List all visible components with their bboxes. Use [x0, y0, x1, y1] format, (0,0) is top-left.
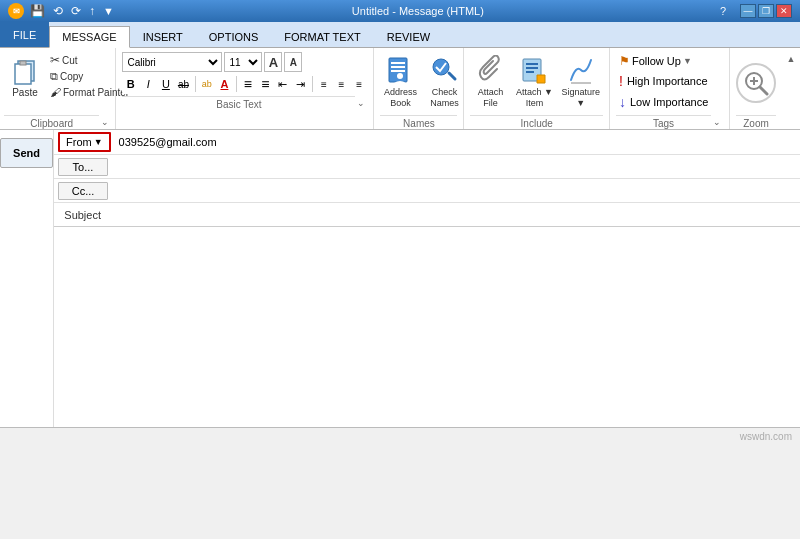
italic-button[interactable]: I [140, 74, 157, 94]
tab-options[interactable]: OPTIONS [196, 25, 272, 47]
font-row: Calibri 11 A A [122, 52, 367, 72]
align-left-button[interactable]: ≡ [316, 74, 333, 94]
watermark: wswdn.com [740, 431, 792, 442]
svg-rect-6 [391, 70, 405, 72]
separator-3 [312, 76, 313, 92]
app-icon: ✉ [8, 3, 24, 19]
attach-item-icon [518, 55, 550, 87]
compose-area: Send From ▼ 039525@gmail.com To... Cc...… [0, 130, 800, 427]
from-button[interactable]: From ▼ [58, 132, 111, 152]
quick-access-more[interactable]: ▼ [103, 5, 114, 17]
underline-button[interactable]: U [158, 74, 175, 94]
separator-2 [236, 76, 237, 92]
high-importance-icon: ! [619, 73, 623, 89]
cc-input[interactable] [112, 180, 800, 202]
tags-expand[interactable]: ⌄ [711, 117, 723, 127]
help-button[interactable]: ? [720, 5, 726, 17]
tab-file[interactable]: FILE [0, 21, 49, 47]
bold-button[interactable]: B [122, 74, 139, 94]
check-names-button[interactable]: CheckNames [424, 52, 464, 113]
separator-1 [195, 76, 196, 92]
quick-access-redo[interactable]: ⟳ [71, 4, 81, 18]
paste-icon [9, 55, 41, 87]
svg-rect-1 [15, 64, 31, 84]
zoom-button[interactable] [736, 63, 776, 103]
to-row: To... [54, 155, 800, 179]
minimize-button[interactable]: — [740, 4, 756, 18]
attach-item-button[interactable]: Attach ▼Item [514, 52, 554, 113]
tags-label-row: Tags ⌄ [616, 115, 723, 129]
tab-review[interactable]: REVIEW [374, 25, 443, 47]
high-importance-button[interactable]: ! High Importance [616, 71, 723, 91]
bullet-list-button[interactable]: ≡ [240, 74, 257, 94]
tab-message[interactable]: MESSAGE [49, 26, 129, 48]
send-button[interactable]: Send [0, 138, 53, 168]
paste-button[interactable]: Paste [4, 52, 46, 101]
clipboard-expand[interactable]: ⌄ [99, 117, 111, 127]
title-bar: ✉ 💾 ⟲ ⟳ ↑ ▼ Untitled - Message (HTML) ? … [0, 0, 800, 22]
attach-item-label: Attach ▼Item [516, 87, 553, 109]
increase-indent-button[interactable]: ⇥ [292, 74, 309, 94]
quick-access-up[interactable]: ↑ [89, 4, 95, 18]
from-dropdown-icon: ▼ [94, 137, 103, 147]
subject-row: Subject [54, 203, 800, 227]
clipboard-section: Paste ✂ Cut ⧉ Copy 🖌 Format Painter Clip… [0, 48, 116, 129]
cc-row: Cc... [54, 179, 800, 203]
signature-button[interactable]: Signature ▼ [558, 52, 603, 113]
font-name-select[interactable]: Calibri [122, 52, 222, 72]
align-right-button[interactable]: ≡ [351, 74, 368, 94]
increase-font-size-button[interactable]: A [264, 52, 282, 72]
signature-label: Signature ▼ [561, 87, 600, 109]
from-address: 039525@gmail.com [115, 134, 221, 150]
ribbon-collapse-button[interactable]: ▲ [784, 52, 798, 66]
svg-rect-10 [526, 63, 538, 65]
cc-button[interactable]: Cc... [58, 182, 108, 200]
low-importance-icon: ↓ [619, 94, 626, 110]
close-button[interactable]: ✕ [776, 4, 792, 18]
ribbon-tabs: FILE MESSAGE INSERT OPTIONS FORMAT TEXT … [0, 22, 800, 48]
include-buttons: AttachFile Attach ▼Item [470, 52, 603, 113]
basic-text-label-row: Basic Text ⌄ [122, 96, 367, 110]
font-color-button[interactable]: A [216, 74, 233, 94]
to-input[interactable] [112, 156, 800, 178]
from-row: From ▼ 039525@gmail.com [54, 130, 800, 155]
attach-file-label: AttachFile [478, 87, 504, 109]
names-buttons: AddressBook CheckNames [380, 52, 457, 113]
ribbon-collapse-area: ▲ [782, 48, 800, 129]
clipboard-label-row: Clipboard ⌄ [4, 115, 111, 129]
follow-up-button[interactable]: ⚑ Follow Up ▼ [616, 52, 723, 70]
compose-fields: From ▼ 039525@gmail.com To... Cc... Subj… [54, 130, 800, 427]
basic-text-section: Calibri 11 A A B I U ab ab A ≡ ≡ ⇤ ⇥ ≡ ≡… [116, 48, 374, 129]
include-section: AttachFile Attach ▼Item [464, 48, 610, 129]
signature-icon [565, 55, 597, 87]
text-highlight-button[interactable]: ab [199, 74, 216, 94]
tags-section: ⚑ Follow Up ▼ ! High Importance ↓ Low Im… [610, 48, 730, 129]
subject-input[interactable] [109, 204, 800, 226]
to-button[interactable]: To... [58, 158, 108, 176]
tab-format-text[interactable]: FORMAT TEXT [271, 25, 373, 47]
attach-file-button[interactable]: AttachFile [470, 52, 510, 113]
tab-insert[interactable]: INSERT [130, 25, 196, 47]
font-size-select[interactable]: 11 [224, 52, 262, 72]
check-names-icon [428, 55, 460, 87]
strikethrough-button[interactable]: ab [175, 74, 192, 94]
zoom-label-row: Zoom [736, 115, 776, 129]
quick-access-save[interactable]: ⟲ [53, 4, 63, 18]
svg-point-8 [433, 59, 449, 75]
email-body[interactable] [54, 227, 800, 427]
window-controls: — ❐ ✕ [740, 4, 792, 18]
title-bar-left: ✉ 💾 ⟲ ⟳ ↑ ▼ [8, 3, 116, 19]
align-center-button[interactable]: ≡ [333, 74, 350, 94]
check-names-label: CheckNames [430, 87, 459, 109]
basic-text-expand[interactable]: ⌄ [355, 98, 367, 108]
decrease-font-size-button[interactable]: A [284, 52, 302, 72]
number-list-button[interactable]: ≡ [257, 74, 274, 94]
quick-access-undo[interactable]: 💾 [30, 4, 45, 18]
svg-rect-12 [526, 71, 534, 73]
low-importance-button[interactable]: ↓ Low Importance [616, 92, 723, 112]
address-book-button[interactable]: AddressBook [380, 52, 420, 113]
decrease-indent-button[interactable]: ⇤ [275, 74, 292, 94]
address-book-label: AddressBook [384, 87, 417, 109]
restore-button[interactable]: ❐ [758, 4, 774, 18]
svg-point-7 [397, 73, 403, 79]
